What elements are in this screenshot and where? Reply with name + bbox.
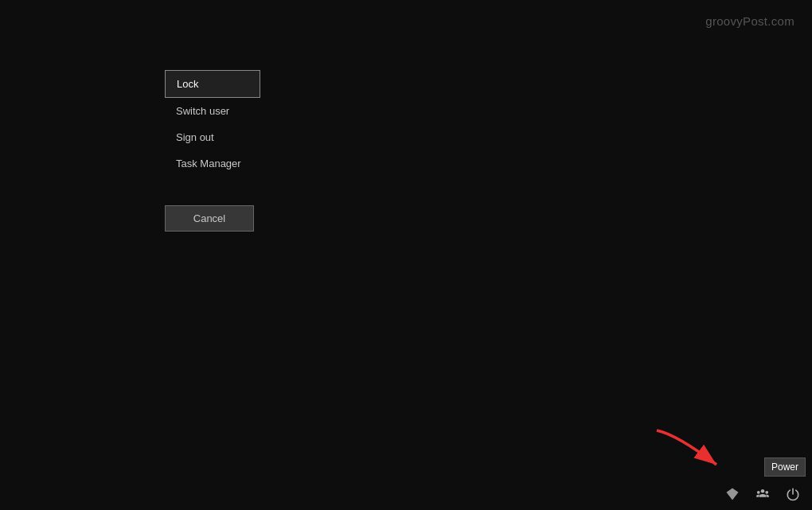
watermark: groovyPost.com — [705, 14, 794, 28]
power-icon[interactable] — [782, 483, 804, 505]
wifi-icon[interactable] — [721, 483, 744, 505]
menu-item-switch-user[interactable]: Switch user — [165, 98, 260, 124]
svg-point-3 — [765, 491, 768, 494]
cancel-button[interactable]: Cancel — [165, 205, 254, 232]
svg-point-2 — [757, 491, 760, 494]
menu-item-lock[interactable]: Lock — [165, 70, 260, 98]
menu-item-sign-out[interactable]: Sign out — [165, 124, 260, 150]
menu-item-task-manager[interactable]: Task Manager — [165, 150, 260, 177]
svg-point-1 — [761, 489, 765, 493]
context-menu: Lock Switch user Sign out Task Manager — [165, 70, 260, 177]
red-arrow-annotation — [653, 426, 724, 474]
power-tooltip: Power — [764, 457, 806, 477]
network-icon[interactable] — [751, 483, 774, 505]
bottom-bar — [713, 478, 812, 510]
